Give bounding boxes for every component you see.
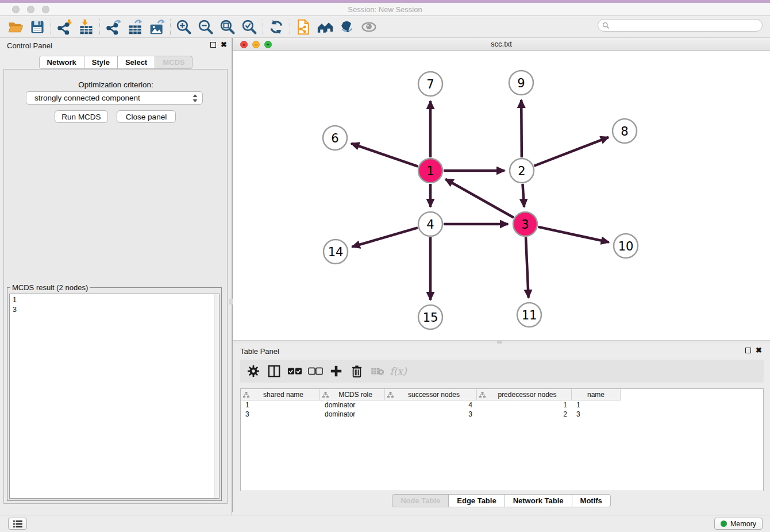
criterion-select[interactable]: strongly connected component: [26, 91, 203, 105]
mcds-result-group: MCDS result (2 nodes) 1 3: [7, 283, 222, 501]
export-image-icon: [149, 19, 165, 35]
eye-icon: [360, 19, 378, 35]
column-type-icon: [479, 392, 486, 398]
column-header-mcds-role[interactable]: MCDS role: [320, 389, 385, 400]
network-canvas[interactable]: 7968124314101511: [233, 51, 770, 340]
search-icon: [602, 22, 610, 29]
checked-boxes-icon: [287, 367, 302, 375]
column-type-icon: [322, 392, 329, 398]
run-mcds-button[interactable]: Run MCDS: [55, 110, 108, 123]
zoom-selected-button[interactable]: [238, 17, 260, 37]
cell-successor-nodes: 4: [385, 400, 477, 410]
graph-edge-2-9[interactable]: [521, 100, 522, 157]
float-panel-icon[interactable]: [745, 348, 751, 353]
tab-motifs[interactable]: Motifs: [572, 494, 611, 507]
memory-button[interactable]: Memory: [714, 518, 763, 530]
search-input[interactable]: [610, 20, 762, 30]
export-table-button[interactable]: [124, 17, 146, 37]
close-panel-icon[interactable]: ✖: [221, 41, 227, 48]
refresh-icon: [269, 20, 284, 34]
list-icon: [13, 520, 23, 528]
result-line: 3: [13, 305, 216, 315]
tab-style[interactable]: Style: [84, 56, 118, 69]
home-button[interactable]: [314, 17, 336, 37]
import-network-button[interactable]: [53, 17, 75, 37]
import-table-button[interactable]: [75, 17, 97, 37]
graph-node-label-2: 2: [518, 164, 525, 178]
column-header-successor-nodes[interactable]: successor nodes: [385, 389, 477, 400]
column-type-icon: [387, 392, 394, 398]
delete-column-button[interactable]: [348, 363, 365, 380]
column-header-shared-name[interactable]: shared name: [241, 389, 320, 400]
result-scrollbar[interactable]: [214, 294, 219, 498]
show-annotations-button[interactable]: [358, 17, 380, 37]
toolbar-separator: [99, 19, 100, 35]
export-network-button[interactable]: [102, 17, 124, 37]
task-history-button[interactable]: [8, 518, 27, 530]
import-network-icon: [56, 19, 72, 35]
save-session-button[interactable]: [26, 17, 48, 37]
status-bar: Memory: [0, 515, 770, 532]
table-toolbar: f(x): [240, 360, 764, 383]
mcds-result-list[interactable]: 1 3: [9, 294, 220, 499]
toolbar-separator: [290, 19, 290, 35]
add-column-button[interactable]: [328, 363, 345, 380]
memory-status-dot: [721, 521, 727, 527]
control-panel-header: Control Panel ✖: [0, 38, 232, 53]
fx-icon: f(x): [390, 365, 406, 377]
cell-name: 1: [572, 400, 621, 410]
graph-edge-2-8[interactable]: [534, 137, 609, 166]
graph-edge-3-10[interactable]: [538, 227, 609, 242]
cell-mcds-role: dominator: [320, 410, 385, 419]
zoom-in-button[interactable]: [173, 17, 195, 37]
node-table[interactable]: shared name MCDS role successor nodes pr…: [240, 388, 764, 491]
open-session-button[interactable]: [5, 17, 26, 37]
app-titlebar: Session: New Session: [0, 3, 770, 16]
toolbar-separator: [170, 19, 171, 35]
graph-edge-4-14[interactable]: [352, 228, 418, 246]
graph-node-label-8: 8: [621, 125, 628, 138]
float-panel-icon[interactable]: [210, 42, 216, 48]
table-options-button[interactable]: [245, 363, 262, 380]
network-from-file-button[interactable]: [292, 17, 314, 37]
column-layout-button[interactable]: [265, 363, 283, 380]
column-header-name[interactable]: name: [572, 389, 621, 400]
delete-table-button[interactable]: [369, 363, 386, 380]
table-row[interactable]: 1 dominator 4 1 1: [241, 400, 763, 410]
cell-name: 3: [572, 410, 621, 419]
network-window-titlebar[interactable]: × − + scc.txt: [233, 38, 770, 51]
export-image-button[interactable]: [146, 17, 168, 37]
columns-icon: [268, 365, 280, 377]
tab-edge-table[interactable]: Edge Table: [448, 494, 505, 507]
export-table-icon: [127, 19, 143, 35]
apply-layout-button[interactable]: [265, 17, 287, 37]
unchecked-boxes-icon: [308, 367, 323, 375]
table-panel: Table Panel ✖: [232, 344, 770, 512]
close-panel-button[interactable]: Close panel: [117, 110, 176, 123]
select-stepper-icon: [192, 94, 198, 103]
hide-annotations-button[interactable]: [336, 17, 358, 37]
column-header-predecessor-nodes[interactable]: predecessor nodes: [477, 389, 572, 400]
tab-node-table[interactable]: Node Table: [392, 494, 449, 507]
select-all-rows-button[interactable]: [286, 363, 303, 380]
graph-edge-3-1[interactable]: [445, 179, 514, 218]
eye-slash-icon: [339, 19, 355, 35]
search-field[interactable]: [598, 19, 763, 32]
close-panel-icon[interactable]: ✖: [756, 347, 762, 353]
vertical-splitter-handle[interactable]: [229, 299, 233, 304]
graph-edge-2-3[interactable]: [522, 184, 524, 207]
function-builder-button[interactable]: f(x): [390, 363, 407, 380]
tab-network[interactable]: Network: [39, 56, 84, 69]
graph-node-label-15: 15: [423, 311, 438, 325]
zoom-fit-button[interactable]: [217, 17, 238, 37]
table-row[interactable]: 3 dominator 3 2 3: [241, 410, 763, 419]
graph-edge-1-6[interactable]: [351, 144, 418, 167]
network-graph: 7968124314101511: [233, 51, 770, 340]
tab-network-table[interactable]: Network Table: [505, 494, 572, 507]
tab-select[interactable]: Select: [117, 56, 155, 69]
graph-edge-3-11[interactable]: [526, 237, 529, 298]
window-title: Session: New Session: [0, 5, 770, 14]
tab-mcds[interactable]: MCDS: [155, 56, 192, 69]
zoom-out-button[interactable]: [195, 17, 217, 37]
unselect-all-rows-button[interactable]: [307, 363, 324, 380]
